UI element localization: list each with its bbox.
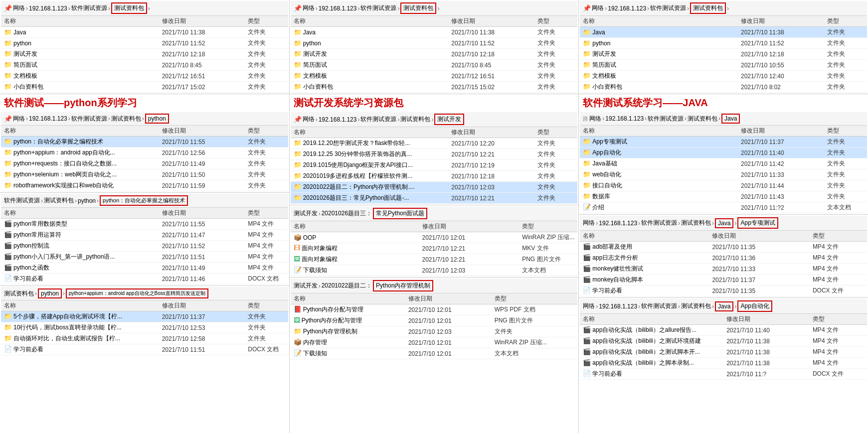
table-row[interactable]: 📝下载须知 2021/7/10 12:03 文本文档 — [291, 265, 578, 276]
file-name[interactable]: 📦内存管理 — [291, 337, 405, 348]
file-name[interactable]: 📁20201019多进程多线程【柠檬班软件测... — [291, 171, 449, 182]
table-row[interactable]: 🎬app自动化实战（bilibili）之测试环境搭建 2021/7/10 11:… — [580, 336, 867, 347]
file-name[interactable]: 🎬python小入门系列_第一讲_python语... — [1, 252, 159, 263]
file-name[interactable]: 📝下载须知 — [291, 265, 419, 276]
file-name[interactable]: 🎞面向对象编程 — [291, 243, 419, 254]
addr-pymem[interactable]: Python内存管理机制 — [373, 280, 433, 291]
table-row[interactable]: 📄学习前必看 2021/7/10 11:? DOCX 文件 — [580, 369, 867, 380]
table-row[interactable]: 📁测试开发 2021/7/10 12:18 文件夹 — [1, 49, 288, 60]
file-name[interactable]: 📁简历面试 — [1, 60, 159, 71]
file-name[interactable]: 📦OOP — [291, 232, 419, 243]
table-row[interactable]: 📁测试开发 2021/7/10 12:18 文件夹 — [580, 49, 867, 60]
table-row[interactable]: 📁文档模板 2021/7/12 16:51 文件夹 — [291, 71, 578, 82]
addr-testdev2[interactable]: 20201026题目三： — [322, 209, 372, 218]
table-row[interactable]: 📁20201022题目二：Python内存管理机制.... 2021/7/10 … — [291, 182, 578, 193]
table-row[interactable]: 📁Java基础 2021/7/10 11:42 文件夹 — [580, 158, 867, 169]
addr-pyauto[interactable]: python：自动化必掌握之编程技术 — [100, 195, 188, 206]
file-name[interactable]: 🖼面向对象编程 — [291, 254, 419, 265]
table-row[interactable]: 📁python+appium：android app自动化... 2021/7/… — [1, 147, 288, 158]
file-name[interactable]: 📝介绍 — [580, 202, 738, 213]
file-name[interactable]: 📁20201022题目二：Python内存管理机制.... — [291, 182, 449, 193]
file-name[interactable]: 📁测试开发 — [291, 49, 449, 60]
file-name[interactable]: 📁测试开发 — [580, 49, 738, 60]
file-name[interactable]: 📕Python内存分配与管理 — [291, 304, 405, 315]
file-name[interactable]: 📁Java — [291, 27, 449, 38]
file-name[interactable]: 🎬app自动化实战（bilibili）之脚本录制... — [580, 358, 723, 369]
col-name-header[interactable]: 名称 — [1, 16, 159, 27]
file-name[interactable]: 🎬app自动化实战（bilibili）之测试脚本开... — [580, 347, 723, 358]
file-name[interactable]: 📁python — [291, 38, 449, 49]
table-row[interactable]: 📝下载须知 2021/7/10 12:01 文本文档 — [291, 348, 578, 359]
table-row[interactable]: 📁Java 2021/7/10 11:38 文件夹 — [580, 27, 867, 38]
table-row[interactable]: 📁2019.12.25 30分钟带你搭开装饰器的真... 2021/7/10 1… — [291, 149, 578, 160]
file-name[interactable]: 📄学习前必看 — [580, 286, 709, 296]
table-row[interactable]: 📁文档模板 2021/7/10 12:40 文件夹 — [580, 71, 867, 82]
table-row[interactable]: 📁简历面试 2021/7/10 10:55 文件夹 — [580, 60, 867, 71]
table-row[interactable]: 🎬python控制流 2021/7/10 11:52 MP4 文件 — [1, 241, 288, 252]
file-name[interactable]: 📁Python内存管理机制 — [291, 326, 405, 337]
file-name[interactable]: 🎬python常用运算符 — [1, 230, 159, 241]
table-row[interactable]: 📁python：自动化必掌握之编程技术 2021/7/10 11:55 文件夹 — [1, 137, 288, 147]
table-row[interactable]: 📁测试开发 2021/7/10 12:18 文件夹 — [291, 49, 578, 60]
file-name[interactable]: 📁App自动化 — [580, 147, 738, 158]
table-row[interactable]: 📄学习前必看 2021/7/10 11:46 DOCX 文档 — [1, 274, 288, 285]
table-row[interactable]: 📁python+selenium：web网页自动化之... 2021/7/10 … — [1, 169, 288, 180]
table-row[interactable]: 📕Python内存分配与管理 2021/7/10 12:01 WPS PDF 文… — [291, 304, 578, 315]
file-name[interactable]: 📁python — [1, 38, 159, 49]
file-name[interactable]: 📁文档模板 — [291, 71, 449, 82]
file-name[interactable]: 📄学习前必看 — [1, 274, 159, 285]
file-name[interactable]: 📝下载须知 — [291, 348, 405, 359]
addr-java[interactable]: Java — [721, 114, 740, 124]
table-row[interactable]: 📁Java 2021/7/10 11:38 文件夹 — [1, 27, 288, 38]
file-name[interactable]: 🎬monkey自动化脚本 — [580, 275, 709, 286]
file-name[interactable]: 📁web自动化 — [580, 169, 738, 180]
file-name[interactable]: 📁简历面试 — [580, 60, 738, 71]
table-row[interactable]: 📁简历面试 2021/7/10 8:45 文件夹 — [1, 60, 288, 71]
file-name[interactable]: 📁2019.1015使用Django框架开发API接口... — [291, 160, 449, 171]
addr-pkg[interactable]: 测试资料包 — [111, 2, 147, 14]
table-row[interactable]: 📁python+requests：接口自动化之数据... 2021/7/10 1… — [1, 158, 288, 169]
file-name[interactable]: 📁Java — [580, 27, 738, 38]
table-row[interactable]: 📁python 2021/7/10 11:52 文件夹 — [580, 38, 867, 49]
file-name[interactable]: 📁2019.12.20想学测试开发？flask带你轻... — [291, 138, 449, 149]
file-name[interactable]: 📄学习前必看 — [580, 369, 723, 380]
file-name[interactable]: 📁小白资料包 — [1, 82, 159, 93]
col-type-header[interactable]: 类型 — [245, 16, 288, 27]
file-name[interactable]: 📁5个步骤，搭建App自动化测试环境【柠... — [1, 311, 159, 322]
table-row[interactable]: 📁简历面试 2021/7/10 8:45 文件夹 — [291, 60, 578, 71]
addr-apptest[interactable]: App专项测试 — [737, 217, 778, 229]
file-name[interactable]: 🖼Python内存分配与管理 — [291, 315, 405, 326]
table-row[interactable]: 📁20201019多进程多线程【柠檬班软件测... 2021/7/10 12:1… — [291, 171, 578, 182]
table-row[interactable]: 📦内存管理 2021/7/10 12:01 WinRAR ZIP 压缩... — [291, 337, 578, 348]
table-row[interactable]: 📄学习前必看 2021/7/10 11:35 DOCX 文件 — [580, 286, 867, 296]
file-name[interactable]: 📁App专项测试 — [580, 137, 738, 147]
file-name[interactable]: 📁小白资料包 — [291, 82, 449, 93]
table-row[interactable]: 📁自动循环对比，自动生成测试报告【柠... 2021/7/10 12:58 文件… — [1, 333, 288, 344]
table-row[interactable]: 📁小白资料包 2021/7/17 15:02 文件夹 — [1, 82, 288, 93]
table-row[interactable]: 📁数据库 2021/7/10 11:43 文件夹 — [580, 191, 867, 202]
addr-java2[interactable]: Java — [715, 218, 733, 228]
table-row[interactable]: 📁2019.1015使用Django框架开发API接口... 2021/7/10… — [291, 160, 578, 171]
table-row[interactable]: 🎬app自动化实战（bilibili）之脚本录制... 2021/7/10 11… — [580, 358, 867, 369]
file-name[interactable]: 📁python — [580, 38, 738, 49]
file-name[interactable]: 📁测试开发 — [1, 49, 159, 60]
file-name[interactable]: 📁简历面试 — [291, 60, 449, 71]
table-row[interactable]: 📁接口自动化 2021/7/10 11:44 文件夹 — [580, 180, 867, 191]
addr-python-seg[interactable]: python — [145, 114, 169, 124]
table-row[interactable]: 🎬monkey健壮性测试 2021/7/10 11:33 MP4 文件 — [580, 264, 867, 275]
table-row[interactable]: 📁10行代码，测试boss直聘登录功能【柠... 2021/7/10 12:53… — [1, 322, 288, 333]
file-name[interactable]: 📁python+appium：android app自动化... — [1, 147, 159, 158]
addr-ip[interactable]: 192.168.1.123 — [29, 5, 67, 12]
table-row[interactable]: 📁App专项测试 2021/7/10 11:37 文件夹 — [580, 137, 867, 147]
file-name[interactable]: 📁2019.12.25 30分钟带你搭开装饰器的真... — [291, 149, 449, 160]
table-row[interactable]: 📁文档模板 2021/7/12 16:51 文件夹 — [1, 71, 288, 82]
file-name[interactable]: 📁20201026题目三：常见Python面试题-... — [291, 193, 449, 204]
table-row[interactable]: 📁web自动化 2021/7/10 11:33 文件夹 — [580, 169, 867, 180]
file-name[interactable]: 📁Java基础 — [580, 158, 738, 169]
addr-resource[interactable]: 软件测试资源 — [71, 4, 107, 12]
file-name[interactable]: 📁小白资料包 — [580, 82, 738, 93]
table-row[interactable]: 📁python 2021/7/10 11:52 文件夹 — [291, 38, 578, 49]
file-name[interactable]: 📁python：自动化必掌握之编程技术 — [1, 137, 159, 147]
file-name[interactable]: 📁python+selenium：web网页自动化之... — [1, 169, 159, 180]
table-row[interactable]: 🎬app日志文件分析 2021/7/10 11:36 MP4 文件 — [580, 253, 867, 264]
